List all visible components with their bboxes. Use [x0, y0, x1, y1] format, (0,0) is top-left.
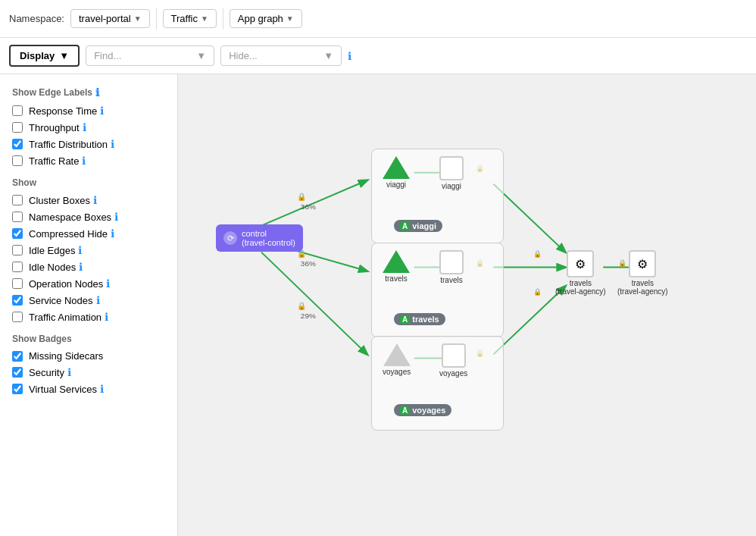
travels-tri-node[interactable]: travels — [383, 250, 410, 283]
voyages-sq-node[interactable]: voyages — [439, 343, 467, 378]
travels-agency-gear2[interactable]: ⚙ travels (travel-agency) — [617, 250, 668, 296]
throughput-info-icon[interactable]: ℹ — [83, 121, 86, 133]
travels-app-badge: A travels — [394, 313, 445, 325]
edge-labels-info-icon[interactable]: ℹ — [95, 86, 99, 99]
idle-nodes-checkbox[interactable] — [12, 262, 23, 272]
control-label1: control — [242, 229, 295, 238]
security-info-icon[interactable]: ℹ — [67, 366, 71, 378]
traffic-distribution-item[interactable]: Traffic Distribution ℹ — [12, 138, 165, 150]
throughput-checkbox[interactable] — [12, 122, 23, 133]
control-icon: ⟳ — [223, 231, 237, 245]
security-item[interactable]: Security ℹ — [12, 366, 165, 378]
svg-line-8 — [493, 287, 565, 355]
display-button[interactable]: Display ▼ — [9, 45, 80, 67]
virtual-services-info-icon[interactable]: ℹ — [100, 383, 104, 395]
compressed-hide-info-icon[interactable]: ℹ — [111, 227, 114, 240]
response-time-label: Response Time ℹ — [29, 105, 104, 117]
virtual-services-item[interactable]: Virtual Services ℹ — [12, 383, 165, 395]
svg-text:36%: 36% — [301, 259, 316, 268]
throughput-label: Throughput ℹ — [29, 121, 86, 133]
viaggi-badge-a: A — [400, 222, 410, 230]
idle-nodes-label: Idle Nodes ℹ — [29, 261, 83, 273]
viaggi-tri-node[interactable]: viaggi — [383, 156, 410, 189]
travels-tri-label: travels — [385, 274, 407, 283]
voyages-tri-node[interactable]: voyages — [383, 343, 411, 376]
secondary-toolbar: Display ▼ Find... ▼ Hide... ▼ ℹ — [0, 38, 756, 74]
traffic-animation-checkbox[interactable] — [12, 312, 23, 322]
namespace-chevron-icon: ▼ — [134, 14, 142, 23]
toolbar-info-icon[interactable]: ℹ — [348, 50, 351, 62]
main-layout: Show Edge Labels ℹ Response Time ℹ Throu… — [0, 74, 756, 536]
response-time-info-icon[interactable]: ℹ — [100, 105, 104, 117]
svg-text:36%: 36% — [301, 202, 316, 211]
traffic-rate-label: Traffic Rate ℹ — [29, 155, 86, 167]
response-time-checkbox[interactable] — [12, 105, 23, 116]
viaggi-app-label: viaggi — [412, 221, 436, 230]
voyages-tri-label: voyages — [383, 368, 411, 376]
operation-nodes-item[interactable]: Operation Nodes ℹ — [12, 277, 165, 290]
traffic-select[interactable]: Traffic ▼ — [163, 9, 217, 28]
throughput-item[interactable]: Throughput ℹ — [12, 121, 165, 133]
traffic-distribution-checkbox[interactable] — [12, 139, 23, 149]
idle-nodes-info-icon[interactable]: ℹ — [79, 261, 83, 273]
traffic-distribution-info-icon[interactable]: ℹ — [111, 138, 114, 150]
show-badges-section-title: Show Badges — [12, 334, 165, 344]
namespace-boxes-checkbox[interactable] — [12, 212, 23, 222]
operation-nodes-checkbox[interactable] — [12, 278, 23, 289]
edge-labels-section-title: Show Edge Labels ℹ — [12, 86, 165, 99]
operation-nodes-info-icon[interactable]: ℹ — [106, 277, 110, 290]
traffic-rate-info-icon[interactable]: ℹ — [82, 155, 86, 167]
service-nodes-info-icon[interactable]: ℹ — [96, 294, 100, 306]
svg-text:🔒: 🔒 — [533, 249, 542, 259]
operation-nodes-label: Operation Nodes ℹ — [29, 277, 110, 290]
travels-agency-gear1[interactable]: ⚙ travels (travel-agency) — [555, 250, 606, 296]
toolbar-divider-2 — [223, 8, 223, 30]
idle-nodes-item[interactable]: Idle Nodes ℹ — [12, 261, 165, 273]
cluster-boxes-checkbox[interactable] — [12, 195, 23, 205]
traffic-animation-label: Traffic Animation ℹ — [29, 311, 108, 323]
traffic-rate-item[interactable]: Traffic Rate ℹ — [12, 155, 165, 167]
virtual-services-checkbox[interactable] — [12, 384, 23, 394]
voyages-app-badge: A voyages — [394, 404, 451, 416]
control-node[interactable]: ⟳ control (travel-control) — [216, 224, 303, 252]
cluster-boxes-info-icon[interactable]: ℹ — [93, 194, 97, 206]
display-panel: Show Edge Labels ℹ Response Time ℹ Throu… — [0, 74, 178, 536]
svg-text:🔒: 🔒 — [297, 192, 307, 202]
cluster-boxes-item[interactable]: Cluster Boxes ℹ — [12, 194, 165, 206]
svg-line-6 — [493, 184, 565, 252]
voyages-sq-label: voyages — [439, 369, 467, 378]
namespace-boxes-label: Namespace Boxes ℹ — [29, 211, 118, 223]
travels-badge-a: A — [400, 315, 410, 324]
idle-edges-item[interactable]: Idle Edges ℹ — [12, 244, 165, 256]
appgraph-select[interactable]: App graph ▼ — [230, 9, 302, 28]
traffic-label: Traffic — [171, 13, 198, 24]
namespace-boxes-item[interactable]: Namespace Boxes ℹ — [12, 211, 165, 223]
travels-agency2-label1: travels — [617, 279, 668, 287]
graph-area[interactable]: 🔒 🔒 🔒 🔒 🔒 🔒 🔒 🔒 36% 🔒 36% 🔒 29% ⟳ — [178, 74, 756, 536]
traffic-animation-info-icon[interactable]: ℹ — [105, 311, 108, 323]
hide-select[interactable]: Hide... ▼ — [220, 45, 342, 66]
compressed-hide-checkbox[interactable] — [12, 228, 23, 239]
compressed-hide-item[interactable]: Compressed Hide ℹ — [12, 227, 165, 240]
appgraph-label: App graph — [238, 13, 283, 24]
security-checkbox[interactable] — [12, 367, 23, 378]
main-toolbar: Namespace: travel-portal ▼ Traffic ▼ App… — [0, 0, 756, 38]
traffic-animation-item[interactable]: Traffic Animation ℹ — [12, 311, 165, 323]
idle-edges-info-icon[interactable]: ℹ — [78, 244, 82, 256]
traffic-rate-checkbox[interactable] — [12, 155, 23, 166]
travels-sq-label: travels — [440, 276, 462, 284]
service-nodes-item[interactable]: Service Nodes ℹ — [12, 294, 165, 306]
virtual-services-label: Virtual Services ℹ — [29, 383, 104, 395]
service-nodes-checkbox[interactable] — [12, 295, 23, 306]
traffic-distribution-label: Traffic Distribution ℹ — [29, 138, 114, 150]
travels-agency1-label1: travels — [555, 279, 606, 287]
idle-edges-checkbox[interactable] — [12, 245, 23, 255]
missing-sidecars-checkbox[interactable] — [12, 351, 23, 362]
namespace-select[interactable]: travel-portal ▼ — [70, 9, 150, 28]
namespace-boxes-info-icon[interactable]: ℹ — [114, 211, 118, 223]
viaggi-sq-node[interactable]: viaggi — [439, 156, 464, 190]
response-time-item[interactable]: Response Time ℹ — [12, 105, 165, 117]
missing-sidecars-item[interactable]: Missing Sidecars — [12, 350, 165, 362]
find-select[interactable]: Find... ▼ — [86, 45, 214, 66]
travels-sq-node[interactable]: travels — [439, 250, 464, 284]
